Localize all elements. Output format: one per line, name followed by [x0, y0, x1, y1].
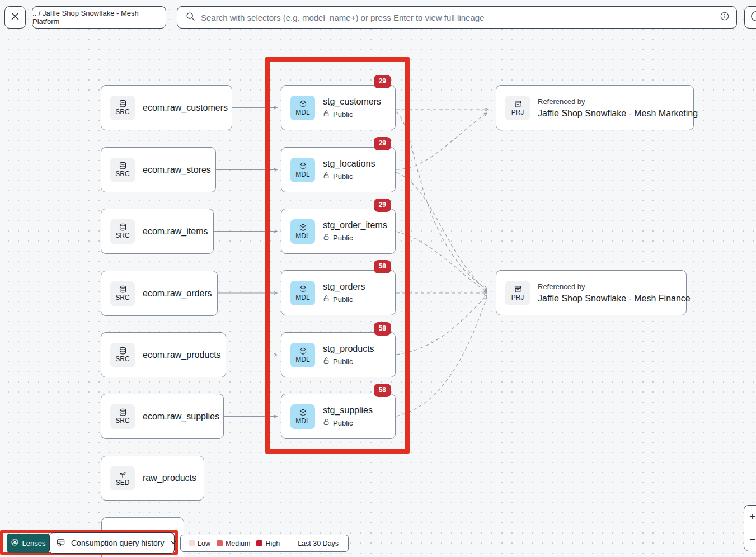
lens-legend: Low Medium High Last 30 Days: [180, 535, 349, 552]
lineage-canvas[interactable]: SRC ecom.raw_customers SRC ecom.raw_stor…: [0, 0, 756, 557]
model-node-stg-locations[interactable]: 29 MDL stg_locations Public: [281, 147, 396, 192]
cube-icon: MDL: [290, 404, 315, 429]
low-swatch: [189, 540, 195, 546]
circle-icon: [750, 10, 756, 25]
project-node-mesh-finance[interactable]: PRJ Referenced by Jaffle Shop Snowflake …: [496, 270, 687, 315]
access-row: Public: [323, 295, 365, 304]
node-label: stg_products: [323, 344, 374, 354]
cube-icon: MDL: [290, 96, 315, 120]
source-node-raw-items[interactable]: SRC ecom.raw_items: [101, 209, 214, 254]
open-padlock-icon: [323, 233, 330, 242]
zoom-in-button[interactable]: +: [744, 506, 756, 528]
chevron-down-icon: [170, 539, 177, 548]
source-node-raw-stores[interactable]: SRC ecom.raw_stores: [101, 147, 216, 192]
usage-count-badge: 29: [374, 75, 391, 88]
usage-count-badge: 58: [374, 322, 391, 336]
usage-count-badge: 58: [374, 384, 391, 397]
legend-date-range: Last 30 Days: [288, 535, 348, 551]
access-row: Public: [323, 172, 375, 181]
search-icon: [185, 11, 195, 23]
close-button[interactable]: [4, 6, 26, 29]
node-label: ecom.raw_customers: [143, 103, 228, 113]
model-node-stg-orders[interactable]: 58 MDL stg_orders Public: [281, 270, 396, 315]
source-node-raw-products[interactable]: SRC ecom.raw_products: [101, 332, 226, 377]
node-label: raw_products: [143, 473, 196, 483]
legend-scale: Low Medium High: [181, 535, 288, 551]
database-icon: SRC: [110, 96, 135, 120]
archive-box-icon: PRJ: [505, 281, 530, 305]
node-label: Jaffle Shop Snowflake - Mesh Finance: [538, 294, 691, 304]
database-icon: SRC: [110, 158, 135, 182]
access-row: Public: [323, 110, 381, 119]
lens-select-dropdown[interactable]: Consumption query history: [49, 532, 175, 554]
source-node-raw-customers[interactable]: SRC ecom.raw_customers: [101, 85, 232, 130]
open-padlock-icon: [323, 357, 330, 366]
high-swatch: [256, 540, 262, 546]
query-history-icon: [56, 537, 66, 549]
model-node-stg-order-items[interactable]: 29 MDL stg_order_items Public: [281, 209, 396, 254]
legend-item-medium: Medium: [217, 540, 250, 547]
search-input[interactable]: [201, 13, 714, 22]
open-padlock-icon: [323, 172, 330, 181]
open-padlock-icon: [323, 295, 330, 304]
seed-node-raw-products[interactable]: SED raw_products: [101, 456, 204, 501]
open-padlock-icon: [323, 418, 330, 427]
database-icon: SRC: [110, 219, 135, 244]
project-node-mesh-marketing[interactable]: PRJ Referenced by Jaffle Shop Snowflake …: [496, 85, 694, 130]
access-row: Public: [323, 418, 373, 427]
partial-topbar-button[interactable]: [744, 6, 756, 29]
close-icon: [11, 12, 20, 23]
source-node-raw-orders[interactable]: SRC ecom.raw_orders: [101, 271, 218, 316]
archive-box-icon: PRJ: [505, 96, 530, 120]
database-icon: SRC: [110, 343, 135, 367]
node-label: ecom.raw_items: [143, 226, 208, 237]
database-icon: SRC: [110, 281, 135, 306]
database-icon: SRC: [110, 404, 135, 429]
seedling-icon: SED: [110, 466, 135, 490]
access-row: Public: [323, 233, 387, 242]
usage-count-badge: 29: [374, 137, 391, 150]
node-label: stg_supplies: [323, 405, 373, 416]
node-label: stg_customers: [323, 97, 381, 107]
cube-icon: MDL: [290, 281, 315, 305]
node-label: stg_orders: [323, 282, 365, 292]
model-node-stg-supplies[interactable]: 58 MDL stg_supplies Public: [281, 394, 396, 439]
aperture-icon: [11, 538, 19, 548]
open-padlock-icon: [323, 110, 330, 119]
node-label: Jaffle Shop Snowflake - Mesh Marketing: [538, 108, 698, 119]
node-label: ecom.raw_orders: [143, 289, 212, 299]
model-node-stg-products[interactable]: 58 MDL stg_products Public: [281, 332, 396, 377]
node-label: ecom.raw_stores: [143, 165, 211, 175]
zoom-out-button[interactable]: −: [744, 528, 756, 551]
legend-item-high: High: [256, 540, 280, 547]
cube-icon: MDL: [290, 158, 315, 182]
canvas-zoom-controls: + −: [744, 505, 756, 551]
node-label: stg_locations: [323, 159, 375, 169]
breadcrumb[interactable]: .. / Jaffle Shop Snowflake - Mesh Platfo…: [32, 6, 166, 29]
source-node-raw-supplies[interactable]: SRC ecom.raw_supplies: [101, 394, 224, 439]
medium-swatch: [217, 540, 223, 546]
node-label: ecom.raw_products: [143, 350, 221, 360]
info-icon[interactable]: [720, 11, 730, 23]
legend-item-low: Low: [189, 540, 210, 547]
usage-count-badge: 58: [374, 260, 391, 273]
node-label: stg_order_items: [323, 220, 387, 230]
referenced-by-label: Referenced by: [538, 282, 691, 291]
access-row: Public: [323, 357, 374, 366]
lenses-button[interactable]: Lenses: [7, 534, 49, 553]
usage-count-badge: 29: [374, 199, 391, 212]
node-label: ecom.raw_supplies: [143, 412, 219, 422]
cube-icon: MDL: [290, 343, 315, 367]
model-node-stg-customers[interactable]: 29 MDL stg_customers Public: [281, 85, 396, 130]
referenced-by-label: Referenced by: [538, 97, 698, 106]
search-bar[interactable]: [177, 6, 737, 29]
cube-icon: MDL: [290, 219, 315, 244]
